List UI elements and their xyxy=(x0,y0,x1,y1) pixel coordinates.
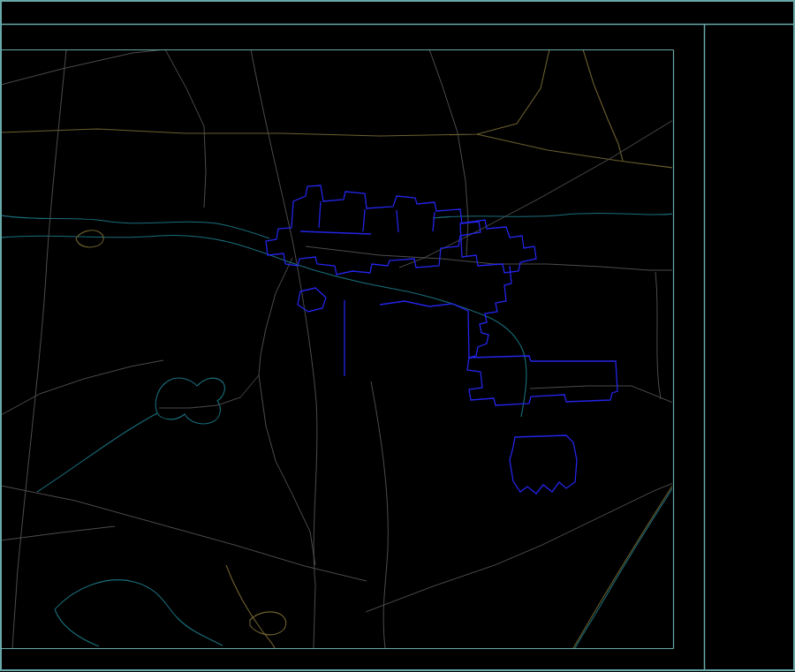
window-title-bar xyxy=(0,0,795,23)
radar-map-canvas[interactable] xyxy=(2,50,672,647)
status-header xyxy=(0,26,701,47)
radar-display xyxy=(0,0,795,672)
